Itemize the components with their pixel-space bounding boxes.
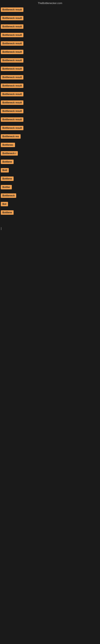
- list-item: Bottleneck result: [0, 64, 100, 73]
- bottleneck-result-badge[interactable]: Bottleneck result: [1, 75, 23, 80]
- list-item: Bottleneck result: [0, 107, 100, 115]
- bottleneck-result-badge[interactable]: Bottleneck result: [1, 8, 23, 12]
- bottleneck-result-badge[interactable]: Bottleneck result: [1, 117, 23, 122]
- list-item: Bottleneck res: [0, 132, 100, 141]
- bottleneck-result-badge[interactable]: Bott: [1, 168, 9, 172]
- list-item: Bottleneck result: [0, 22, 100, 31]
- list-item: Bottler: [0, 183, 100, 192]
- bottleneck-result-badge[interactable]: Bottleneck res: [1, 134, 21, 139]
- list-item: Bottleneck result: [0, 6, 100, 14]
- bottleneck-result-badge[interactable]: Bottlenec: [1, 143, 15, 147]
- list-item: Bottleneck result: [0, 39, 100, 48]
- bottleneck-result-badge[interactable]: Bottleneck result: [1, 84, 23, 88]
- bottleneck-result-badge[interactable]: Bottleneck result: [1, 24, 23, 29]
- list-item: Bottlene: [0, 158, 100, 166]
- list-item: Bottleneck result: [0, 124, 100, 132]
- bottleneck-result-badge[interactable]: Bottleneck result: [1, 58, 23, 62]
- list-item: Bottlene: [0, 208, 100, 217]
- list-item: Bottleneck result: [0, 56, 100, 64]
- list-item: Bot: [0, 200, 100, 208]
- bottleneck-result-badge[interactable]: Bottlene: [1, 176, 14, 181]
- list-item: Bottleneck result: [0, 82, 100, 90]
- bottleneck-result-badge[interactable]: Bot: [1, 202, 8, 206]
- list-item: Bottleneck result: [0, 31, 100, 39]
- bottleneck-result-badge[interactable]: Bottleneck: [1, 194, 16, 198]
- bottleneck-result-badge[interactable]: Bottleneck r: [1, 151, 18, 156]
- bottleneck-result-badge[interactable]: Bottler: [1, 185, 12, 190]
- bottleneck-result-badge[interactable]: Bottleneck result: [1, 33, 23, 37]
- list-item: Bottleneck result: [0, 98, 100, 107]
- site-title: TheBottlenecker.com: [38, 2, 62, 5]
- bottleneck-result-badge[interactable]: Bottleneck result: [1, 66, 23, 71]
- bottleneck-result-badge[interactable]: Bottlene: [1, 210, 14, 215]
- list-item: Bottleneck result: [0, 115, 100, 124]
- list-item: Bott: [0, 166, 100, 174]
- list-item: Bottlenec: [0, 141, 100, 149]
- bottleneck-result-badge[interactable]: Bottleneck result: [1, 100, 23, 105]
- list-item: Bottleneck r: [0, 149, 100, 158]
- bottleneck-result-badge[interactable]: Bottleneck result: [1, 50, 23, 54]
- list-item: Bottleneck result: [0, 48, 100, 56]
- bottleneck-result-badge[interactable]: Bottleneck result: [1, 126, 23, 130]
- list-item: Bottleneck result: [0, 90, 100, 98]
- list-item: Bottleneck result: [0, 73, 100, 82]
- list-item: Bottleneck result: [0, 14, 100, 22]
- list-item: Bottlene: [0, 174, 100, 183]
- site-header: TheBottlenecker.com: [0, 0, 100, 6]
- bottleneck-result-badge[interactable]: Bottleneck result: [1, 41, 23, 46]
- list-item: Bottleneck: [0, 192, 100, 200]
- bottleneck-result-badge[interactable]: Bottleneck result: [1, 16, 23, 20]
- bottleneck-result-badge[interactable]: Bottlene: [1, 160, 14, 164]
- cursor-indicator: |: [1, 227, 1, 230]
- bottleneck-result-badge[interactable]: Bottleneck result: [1, 109, 23, 113]
- bottleneck-result-badge[interactable]: Bottleneck result: [1, 92, 23, 96]
